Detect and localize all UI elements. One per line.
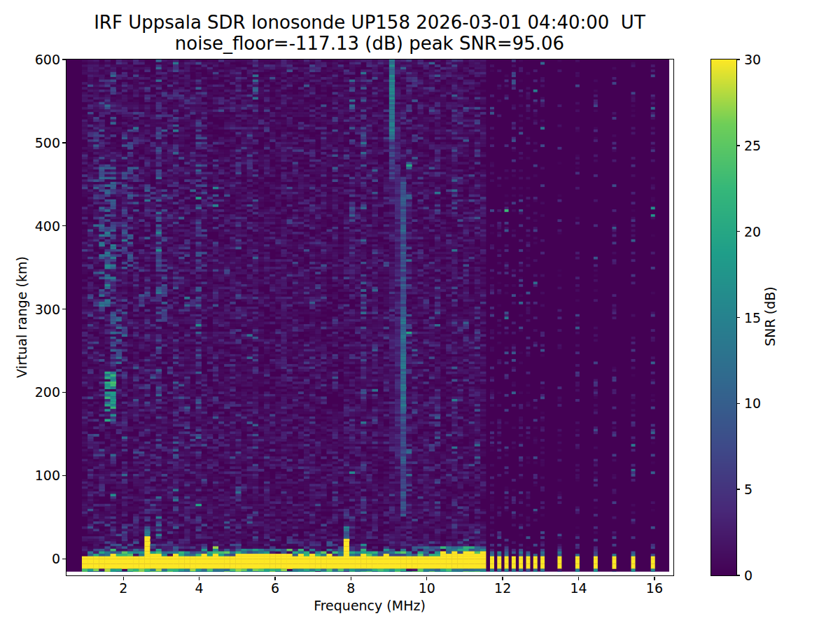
y-tick-label: 300 [27, 302, 60, 317]
y-tick-mark [62, 309, 66, 309]
colorbar-tick-mark [736, 317, 740, 318]
x-axis-label: Frequency (MHz) [314, 598, 426, 613]
y-tick-mark [62, 559, 66, 559]
colorbar-tick-label: 5 [744, 482, 752, 497]
chart-title: IRF Uppsala SDR Ionosonde UP158 2026-03-… [94, 13, 645, 32]
x-tick-mark [351, 577, 351, 580]
y-tick-mark [62, 225, 66, 226]
colorbar-tick-mark [736, 575, 740, 575]
colorbar [710, 59, 737, 576]
y-tick-mark [62, 475, 66, 476]
plot-area [66, 59, 674, 576]
x-tick-label: 14 [570, 580, 587, 596]
x-tick-mark [199, 577, 200, 580]
ionogram-figure: IRF Uppsala SDR Ionosonde UP158 2026-03-… [0, 0, 840, 630]
y-tick-label: 0 [27, 551, 60, 566]
x-tick-label: 16 [646, 580, 663, 596]
x-tick-label: 12 [494, 580, 511, 596]
x-tick-mark [502, 577, 503, 580]
colorbar-tick-mark [736, 403, 740, 404]
y-tick-label: 500 [27, 135, 60, 150]
x-tick-label: 8 [346, 580, 355, 596]
colorbar-tick-label: 25 [744, 138, 761, 153]
y-tick-label: 600 [27, 52, 60, 67]
colorbar-tick-label: 10 [744, 396, 761, 411]
colorbar-tick-mark [736, 489, 740, 489]
y-tick-label: 100 [27, 468, 60, 483]
x-tick-label: 4 [195, 580, 204, 596]
colorbar-tick-mark [736, 145, 740, 146]
y-tick-label: 200 [27, 384, 60, 400]
x-tick-mark [274, 577, 275, 580]
x-tick-label: 10 [419, 580, 435, 596]
colorbar-tick-label: 30 [744, 52, 761, 67]
x-tick-mark [426, 577, 427, 580]
x-tick-mark [578, 577, 579, 580]
heatmap-canvas [66, 59, 673, 575]
colorbar-tick-label: 0 [744, 568, 752, 583]
colorbar-canvas [711, 59, 736, 575]
y-axis-label: Virtual range (km) [14, 256, 29, 378]
y-tick-mark [62, 59, 66, 59]
y-tick-mark [62, 392, 66, 393]
chart-subtitle: noise_floor=-117.13 (dB) peak SNR=95.06 [175, 34, 564, 53]
y-tick-label: 400 [27, 218, 60, 234]
x-tick-mark [654, 577, 654, 580]
x-tick-label: 6 [271, 580, 279, 596]
colorbar-tick-label: 20 [744, 224, 761, 239]
colorbar-tick-mark [736, 59, 740, 59]
colorbar-label: SNR (dB) [762, 286, 778, 346]
colorbar-tick-label: 15 [744, 310, 761, 326]
y-tick-mark [62, 142, 66, 143]
x-tick-mark [123, 577, 124, 580]
x-tick-label: 2 [119, 580, 127, 596]
colorbar-tick-mark [736, 231, 740, 232]
